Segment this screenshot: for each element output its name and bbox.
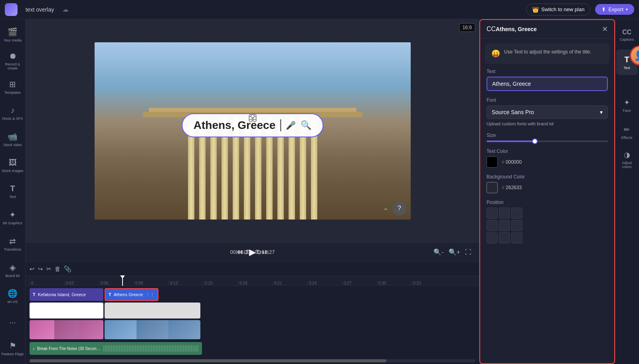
pos-bot-right[interactable] bbox=[511, 232, 522, 243]
panel-hint: 😛 Use Text to adjust the settings of the… bbox=[485, 44, 609, 64]
sidebar-item-your-media[interactable]: 🎬 Your media bbox=[1, 22, 25, 47]
media-segment-2[interactable] bbox=[105, 303, 200, 318]
playback-bar: ⏮ ↺ ▶ ↻ ⏭ 00:08.30 / 00:12.27 🔍- 🔍+ ⛶ bbox=[26, 242, 479, 261]
music-icon: ♪ bbox=[11, 106, 15, 115]
sidebar-item-lang[interactable]: 🌐 en-US bbox=[1, 284, 25, 309]
sidebar-label-stock-images: Stock images bbox=[2, 169, 23, 173]
size-slider[interactable] bbox=[487, 140, 608, 142]
bg-color-value: # 262633 bbox=[502, 185, 522, 190]
video-thumb-seg2[interactable] bbox=[105, 320, 200, 339]
timeline-ruler-container: 0 0:03 0:06 0:09 0:12 0:15 0:18 0:21 0:2… bbox=[26, 276, 479, 286]
playhead[interactable] bbox=[122, 276, 123, 286]
rsi-item-effects[interactable]: ✏ Effects bbox=[616, 120, 638, 145]
sidebar-item-graphics[interactable]: ✦ 88 Graphics bbox=[1, 206, 25, 230]
font-select-dropdown[interactable]: Source Sans Pro ▾ bbox=[487, 105, 608, 119]
pos-mid-center[interactable] bbox=[499, 220, 510, 231]
sidebar-label-brand-kit: Brand kit bbox=[6, 274, 20, 278]
ruler-mark-0: 0 bbox=[30, 281, 64, 285]
pos-top-right[interactable] bbox=[511, 208, 522, 219]
sidebar-item-stock-images[interactable]: 🖼 Stock images bbox=[1, 153, 25, 178]
audio-track-row: ♪ Break From The Noise (30 Seconds Light… bbox=[30, 342, 479, 355]
text-track-kefalonia[interactable]: T Kefalonia Island, Greece bbox=[30, 288, 103, 301]
rsi-item-adjust-colors[interactable]: ◑ Adjustcolors bbox=[616, 147, 638, 172]
stock-video-icon: 📹 bbox=[8, 132, 18, 141]
pos-mid-right[interactable] bbox=[511, 220, 522, 231]
ruler-mark-27: 0:27 bbox=[342, 281, 377, 285]
microphone-icon[interactable]: 🎤 bbox=[286, 121, 296, 130]
pos-top-center[interactable] bbox=[499, 208, 510, 219]
sidebar-label-graphics: 88 Graphics bbox=[3, 221, 22, 225]
sidebar-item-templates[interactable]: ⊞ Templates bbox=[1, 75, 25, 99]
handle-tc[interactable] bbox=[251, 114, 255, 118]
app-logo[interactable] bbox=[5, 3, 18, 16]
timeline-scrollbar-thumb[interactable] bbox=[30, 359, 386, 362]
text-color-hex: 000000 bbox=[506, 159, 522, 165]
pos-bot-center[interactable] bbox=[499, 232, 510, 243]
pos-top-left[interactable] bbox=[487, 208, 498, 219]
topbar: text overlay ☁ 👑 Switch to new plan ⬆ Ex… bbox=[0, 0, 639, 19]
timeline-area: ↩ ↪ ✂ 🗑 📎 0 0:03 0:06 0:09 0:12 0:15 0:1… bbox=[26, 261, 479, 364]
thumb-cell-3 bbox=[79, 320, 103, 339]
size-slider-container bbox=[487, 140, 608, 142]
hint-emoji: 😛 bbox=[491, 48, 500, 59]
text-track-athens[interactable]: T Athens Greece ⋮⋮ bbox=[105, 288, 158, 301]
audio-segment[interactable]: ♪ Break From The Noise (30 Seconds Light… bbox=[30, 342, 202, 355]
attach-button[interactable]: 📎 bbox=[64, 265, 71, 273]
sidebar-item-brand-kit[interactable]: ◈ Brand kit bbox=[1, 258, 25, 283]
text-field-group: Text bbox=[487, 69, 608, 91]
upload-text: Upload custom fonts bbox=[487, 121, 526, 126]
panel-header: CC Athens, Greece ✕ bbox=[480, 20, 614, 39]
pos-mid-left[interactable] bbox=[487, 220, 498, 231]
redo-button[interactable]: ↪ bbox=[38, 265, 43, 273]
sidebar-item-stock-video[interactable]: 📹 Stock video bbox=[1, 127, 25, 152]
timeline-scrollbar[interactable] bbox=[30, 359, 475, 362]
collapse-panel-button[interactable]: ⌃ bbox=[383, 207, 389, 216]
pos-bot-left[interactable] bbox=[487, 232, 498, 243]
chevron-down-icon: ▾ bbox=[626, 7, 628, 12]
main-layout: 🎬 Your media ⏺ Record &create ⊞ Template… bbox=[0, 19, 639, 364]
project-title: text overlay bbox=[22, 5, 57, 14]
upload-fonts-link[interactable]: Upload custom fonts with brand kit bbox=[487, 121, 608, 126]
fullscreen-button[interactable]: ⛶ bbox=[465, 249, 471, 256]
timeline-tracks: T Kefalonia Island, Greece T Athens Gree… bbox=[26, 286, 479, 358]
export-label: Export bbox=[608, 6, 623, 12]
delete-button[interactable]: 🗑 bbox=[55, 265, 61, 272]
text-color-row: # 000000 bbox=[487, 156, 608, 168]
rsi-item-captions[interactable]: CC Captions bbox=[616, 22, 638, 48]
sidebar-item-music[interactable]: ♪ Music & SFX bbox=[1, 101, 25, 126]
rsi-item-face[interactable]: ✦ Face bbox=[616, 93, 638, 118]
sidebar-item-more[interactable]: ··· bbox=[1, 310, 25, 335]
sidebar-item-feature-flags[interactable]: ⚑ Feature Flags bbox=[1, 336, 25, 361]
text-input-field[interactable] bbox=[487, 77, 608, 91]
ruler-mark-30: 0:30 bbox=[377, 281, 411, 285]
sidebar-label-templates: Templates bbox=[4, 91, 21, 95]
export-button[interactable]: ⬆ Export ▾ bbox=[595, 4, 634, 15]
cloud-icon: ☁ bbox=[62, 6, 69, 13]
sidebar-item-text[interactable]: T Text bbox=[1, 179, 25, 204]
video-thumb-seg1[interactable] bbox=[30, 320, 103, 339]
zoom-out-button[interactable]: 🔍- bbox=[433, 248, 443, 256]
switch-plan-button[interactable]: 👑 Switch to new plan bbox=[526, 4, 590, 16]
zoom-in-button[interactable]: 🔍+ bbox=[449, 248, 460, 256]
sidebar-item-transitions[interactable]: ⇄ Transitions bbox=[1, 231, 25, 256]
media-segment-1[interactable] bbox=[30, 303, 103, 318]
font-value: Source Sans Pro bbox=[492, 109, 534, 115]
thumb-cell-1 bbox=[30, 320, 54, 339]
media-icon: 🎬 bbox=[8, 27, 18, 37]
undo-button[interactable]: ↩ bbox=[30, 265, 35, 273]
adjust-colors-icon: ◑ bbox=[624, 150, 630, 159]
help-button[interactable]: ? bbox=[392, 201, 407, 216]
panel-close-button[interactable]: ✕ bbox=[602, 25, 608, 34]
feature-flags-icon: ⚑ bbox=[9, 341, 16, 350]
playback-right: 🔍- 🔍+ ⛶ bbox=[433, 248, 471, 256]
bg-color-swatch[interactable] bbox=[487, 182, 498, 193]
cut-button[interactable]: ✂ bbox=[46, 265, 51, 273]
video-track-row bbox=[30, 319, 479, 340]
ruler-mark-33: 0:33 bbox=[411, 281, 446, 285]
sidebar-item-record[interactable]: ⏺ Record &create bbox=[1, 49, 25, 73]
text-color-field-group: Text Color # 000000 bbox=[487, 148, 608, 168]
rsi-label-adjust-colors: Adjustcolors bbox=[622, 161, 632, 169]
search-icon[interactable]: 🔍 bbox=[301, 120, 311, 131]
text-color-swatch[interactable] bbox=[487, 156, 498, 168]
text-cursor bbox=[280, 119, 281, 131]
